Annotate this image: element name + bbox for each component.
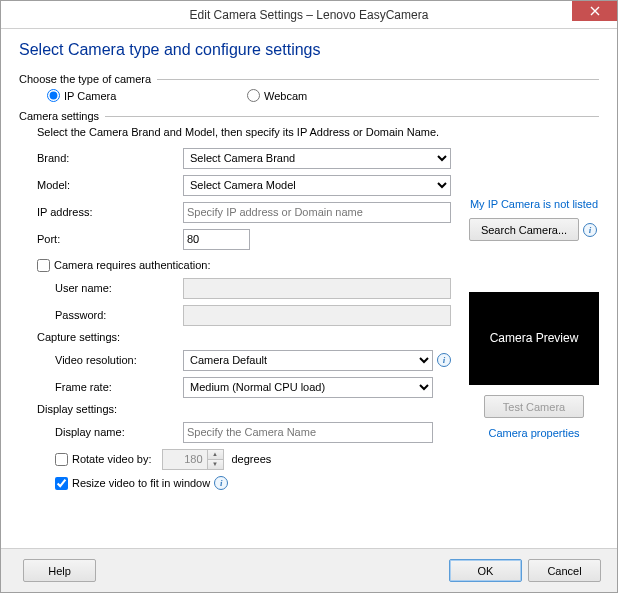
close-icon bbox=[590, 6, 600, 16]
auth-label: Camera requires authentication: bbox=[54, 259, 211, 271]
group-header-settings: Camera settings bbox=[19, 110, 599, 122]
auth-checkbox[interactable] bbox=[37, 259, 50, 272]
rotate-label: Rotate video by: bbox=[72, 453, 152, 465]
resolution-select[interactable]: Camera Default bbox=[183, 350, 433, 371]
window-title: Edit Camera Settings – Lenovo EasyCamera bbox=[190, 8, 429, 22]
radio-ip-camera[interactable]: IP Camera bbox=[47, 89, 247, 102]
info-icon[interactable]: i bbox=[214, 476, 228, 490]
camera-properties-link[interactable]: Camera properties bbox=[488, 427, 579, 439]
info-icon[interactable]: i bbox=[437, 353, 451, 367]
footer: Help OK Cancel bbox=[1, 548, 617, 592]
ip-label: IP address: bbox=[19, 206, 183, 218]
group-camera-type: Choose the type of camera IP Camera Webc… bbox=[19, 73, 599, 102]
divider bbox=[157, 79, 599, 80]
radio-webcam-input[interactable] bbox=[247, 89, 260, 102]
search-camera-button[interactable]: Search Camera... bbox=[469, 218, 579, 241]
password-input bbox=[183, 305, 451, 326]
camera-preview: Camera Preview bbox=[469, 292, 599, 385]
radio-ip-camera-input[interactable] bbox=[47, 89, 60, 102]
content-area: Select Camera type and configure setting… bbox=[1, 29, 617, 548]
model-label: Model: bbox=[19, 179, 183, 191]
ip-address-input[interactable] bbox=[183, 202, 451, 223]
camera-preview-text: Camera Preview bbox=[490, 330, 579, 347]
info-icon[interactable]: i bbox=[583, 223, 597, 237]
dialog-window: Edit Camera Settings – Lenovo EasyCamera… bbox=[0, 0, 618, 593]
close-button[interactable] bbox=[572, 1, 617, 21]
display-name-label: Display name: bbox=[19, 426, 183, 438]
cancel-button[interactable]: Cancel bbox=[528, 559, 601, 582]
spinner-up-icon: ▲ bbox=[208, 450, 223, 460]
framerate-label: Frame rate: bbox=[19, 381, 183, 393]
spinner-down-icon: ▼ bbox=[208, 460, 223, 469]
help-button[interactable]: Help bbox=[23, 559, 96, 582]
resize-checkbox[interactable] bbox=[55, 477, 68, 490]
group-label-settings: Camera settings bbox=[19, 110, 99, 122]
resize-label: Resize video to fit in window bbox=[72, 477, 210, 489]
not-listed-link[interactable]: My IP Camera is not listed bbox=[470, 198, 598, 210]
rotate-unit: degrees bbox=[232, 453, 272, 465]
rotate-spinner: ▲ ▼ bbox=[162, 449, 224, 470]
brand-label: Brand: bbox=[19, 152, 183, 164]
resolution-label: Video resolution: bbox=[19, 354, 183, 366]
brand-select[interactable]: Select Camera Brand bbox=[183, 148, 451, 169]
radio-webcam[interactable]: Webcam bbox=[247, 89, 307, 102]
model-select[interactable]: Select Camera Model bbox=[183, 175, 451, 196]
ok-button[interactable]: OK bbox=[449, 559, 522, 582]
username-input bbox=[183, 278, 451, 299]
group-camera-settings: Camera settings Select the Camera Brand … bbox=[19, 110, 599, 495]
titlebar: Edit Camera Settings – Lenovo EasyCamera bbox=[1, 1, 617, 29]
rotate-value-input bbox=[162, 449, 208, 470]
radio-ip-camera-label: IP Camera bbox=[64, 90, 116, 102]
divider bbox=[105, 116, 599, 117]
radio-webcam-label: Webcam bbox=[264, 90, 307, 102]
page-heading: Select Camera type and configure setting… bbox=[19, 41, 599, 59]
settings-instruction: Select the Camera Brand and Model, then … bbox=[19, 126, 599, 138]
password-label: Password: bbox=[19, 309, 183, 321]
spinner-buttons: ▲ ▼ bbox=[208, 449, 224, 470]
group-label-type: Choose the type of camera bbox=[19, 73, 151, 85]
group-header-type: Choose the type of camera bbox=[19, 73, 599, 85]
rotate-checkbox[interactable] bbox=[55, 453, 68, 466]
display-name-input[interactable] bbox=[183, 422, 433, 443]
port-input[interactable] bbox=[183, 229, 250, 250]
test-camera-button: Test Camera bbox=[484, 395, 584, 418]
framerate-select[interactable]: Medium (Normal CPU load) bbox=[183, 377, 433, 398]
port-label: Port: bbox=[19, 233, 183, 245]
username-label: User name: bbox=[19, 282, 183, 294]
